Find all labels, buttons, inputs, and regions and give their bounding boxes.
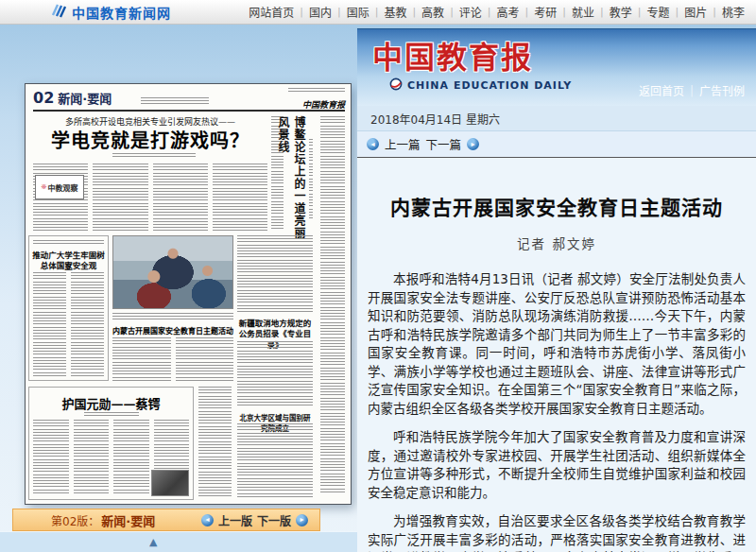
paper-page-number: 02 [33,89,54,107]
caie-story-headline: 护国元勋——蔡锷 [28,394,194,412]
nav-separator: | [373,6,381,18]
nav-item-home[interactable]: 网站首页 [245,4,298,20]
paper-logo-chinese[interactable]: 中国教育报 [372,33,533,77]
text-column [93,164,147,232]
nav-separator: | [711,6,718,18]
issue-date-row: 2018年04月14日 星期六 [357,106,756,131]
nav-item-pictures[interactable]: 图片 [680,4,711,20]
paper-header-logo-block: 中国教育报 [277,88,345,112]
nav-item-teaching[interactable]: 教学 [606,4,636,20]
site-logo-text: 中国教育新闻网 [72,3,171,22]
article-paragraph: 本报呼和浩特4月13日讯（记者 郝文婷）安全厅法制处负责人开展国家安全法专题讲座… [368,270,746,418]
text-column [71,272,104,376]
text-column [198,387,232,498]
site-logo-icon [49,3,66,22]
back-to-top-icon[interactable]: ▲ [149,536,157,548]
article-title: 内蒙古开展国家安全教育日主题活动 [368,192,746,220]
paper-section-name: 新闻·要闻 [58,89,112,107]
page-background: 中国教育新闻网 网站首页 | 国内 | 国际 | 基教 | 高教 | 评论 | … [0,0,756,552]
next-article-icon[interactable] [467,138,479,150]
nav-item-taoli[interactable]: 桃李 [718,4,748,20]
neimenggu-story-headline: 内蒙古开展国家安全教育日主题活动 [107,325,239,336]
next-article-button[interactable]: 下一篇 [426,135,462,153]
nav-separator: | [598,6,606,18]
nav-item-higher-edu[interactable]: 高教 [418,4,448,20]
page-section-label: 新闻·要闻 [101,511,155,529]
lead-story-headline: 学电竞就是打游戏吗？ [33,126,267,153]
zhongjiao-guancha-badge: 中教观察 [35,175,84,199]
news-photo-caption [112,313,233,321]
bottom-strip: ▲ [0,531,357,552]
next-page-button[interactable]: 下一版 [257,512,291,528]
nav-item-gaokao[interactable]: 高考 [493,4,524,20]
article-paragraph: 呼和浩特民族学院今年加大了国家安全教育普及力度和宣讲深度，通过邀请校外专家进校园… [368,428,746,502]
nav-item-kaoyan[interactable]: 考研 [530,4,560,20]
nav-item-topics[interactable]: 专题 [644,4,674,20]
nav-item-basic-edu[interactable]: 基教 [380,4,410,20]
caie-story-image [151,470,189,496]
text-column [33,272,66,376]
site-logo[interactable]: 中国教育新闻网 [49,3,171,22]
back-home-link[interactable]: 返回首页 [639,82,684,98]
prev-page-icon[interactable] [201,514,214,526]
lead-story-byline [112,153,196,158]
paper-header-date-text [288,88,345,92]
nav-separator: | [486,6,493,18]
nav-separator: | [560,6,568,18]
page-selector-label: 第02版： 新闻·要闻 [51,511,155,529]
paper-logo-english: CHINA EDUCATION DAILY [407,79,572,92]
paper-page-header: 02 新闻·要闻 [33,89,112,107]
text-column [237,235,313,313]
masthead-links: 返回首页 | 广告刊例 [639,82,745,98]
masthead-link-separator: | [690,84,694,97]
text-column [237,423,313,497]
security-story-kicker [33,240,104,245]
page-selector-bar: 第02版： 新闻·要闻 上一版 下一版 [12,509,320,531]
article-panel: 内蒙古开展国家安全教育日主题活动 记者 郝文婷 本报呼和浩特4月13日讯（记者 … [357,158,756,552]
nav-item-comment[interactable]: 评论 [455,4,486,20]
text-column [176,337,234,381]
article-paragraph: 为增强教育实效，自治区要求全区各级各类学校结合教育教学实际广泛开展丰富多彩的活动… [368,512,746,552]
caie-story-byline [84,412,139,416]
text-column [113,420,149,495]
nav-separator: | [674,6,681,18]
site-nav-list: 网站首页 | 国内 | 国际 | 基教 | 高教 | 评论 | 高考 | 考研 … [245,4,748,20]
text-column [320,116,345,494]
globe-icon [389,77,403,95]
nav-separator: | [410,6,418,18]
article-byline: 记者 郝文婷 [368,233,746,252]
ad-rates-link[interactable]: 广告刊例 [699,82,745,98]
newspaper-page-image[interactable]: 02 新闻·要闻 中国教育报 多所高校开设电竞相关专业引发网友热议—— 学电竞就… [25,83,352,505]
text-column [213,164,267,232]
text-column [237,341,313,407]
nav-separator: | [335,6,343,18]
issue-date: 2018年04月14日 星期六 [370,111,500,127]
text-column [153,164,208,232]
nav-item-international[interactable]: 国际 [343,4,373,20]
site-top-nav: 中国教育新闻网 网站首页 | 国内 | 国际 | 基教 | 高教 | 评论 | … [0,0,756,25]
nav-separator: | [524,6,531,18]
paper-masthead-small-logo: 中国教育报 [302,100,345,110]
text-column [74,420,110,495]
article-body: 本报呼和浩特4月13日讯（记者 郝文婷）安全厅法制处负责人开展国家安全法专题讲座… [368,270,746,552]
paper-header-meta-text [141,97,209,104]
next-page-icon[interactable] [296,514,308,526]
text-column [112,337,171,381]
security-story-headline-line2: 总体国家安全观 [30,259,107,270]
paper-header-rule [33,110,345,112]
prev-article-button[interactable]: 上一篇 [385,135,421,153]
text-column [33,420,69,495]
prev-article-icon[interactable] [367,138,379,150]
page-selector-nav: 上一版 下一版 [201,512,308,528]
nav-item-domestic[interactable]: 国内 [305,4,335,20]
nav-separator: | [298,6,305,18]
article-nav-row: 上一篇 下一篇 [357,131,756,158]
news-photo [112,235,233,309]
nav-item-jobs[interactable]: 就业 [568,4,598,20]
neimenggu-story-columns [112,337,233,381]
nav-separator: | [636,6,644,18]
page-number-label: 第02版： [51,512,99,528]
paper-logo-english-row: CHINA EDUCATION DAILY [389,77,572,95]
prev-page-button[interactable]: 上一版 [218,512,252,528]
nav-separator: | [448,6,455,18]
